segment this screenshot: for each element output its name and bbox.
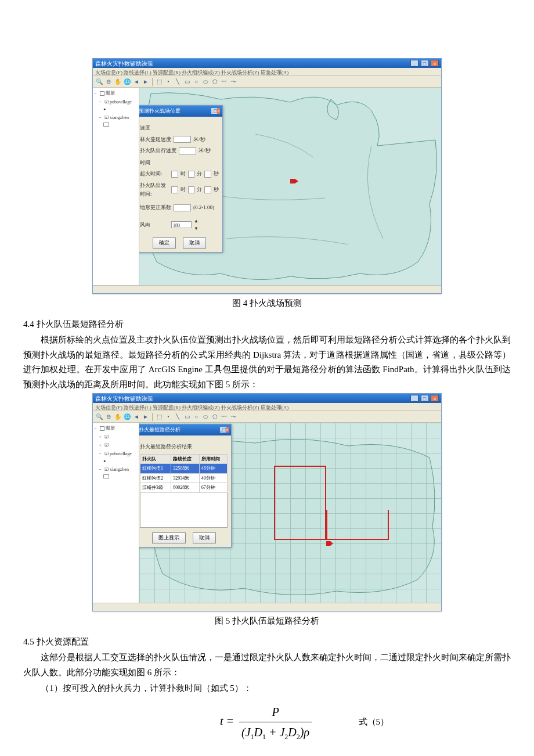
maximize-icon[interactable]: □	[421, 395, 429, 402]
toc-symbol	[94, 474, 138, 478]
draw-curve-icon[interactable]: 〰	[220, 413, 228, 421]
expand-icon[interactable]: −	[99, 114, 103, 122]
toc-layer[interactable]: −☑ xiangzhen	[94, 466, 138, 474]
expand-icon[interactable]: −	[94, 89, 99, 98]
table-row[interactable]: 红柳沟伍2 32934米 49分钟	[140, 473, 228, 483]
full-extent-icon[interactable]: 🌐	[123, 413, 131, 421]
toc-layer-1[interactable]: − ☑ pubuvillage	[94, 98, 138, 106]
toc-layer[interactable]: +☑	[94, 433, 138, 441]
fire-point-marker	[290, 175, 296, 181]
depart-min-input[interactable]	[188, 186, 195, 193]
ok-button[interactable]: 确定	[153, 237, 176, 249]
main-area: − 图层 +☑ +☑ −☑ pubuvillage ● −☑ xiangzhen	[93, 423, 441, 603]
section-4-5-para2: （1）按可投入的扑火兵力，计算扑救时间（如式 5）：	[23, 681, 511, 696]
select-icon[interactable]: ⬚	[155, 78, 163, 86]
dialog-title: 扑火最短路径分析	[139, 426, 181, 434]
fire-time-min-input[interactable]	[188, 171, 195, 178]
spinner-up-icon[interactable]: ▲▼	[194, 217, 199, 233]
toc-root[interactable]: − 图层	[94, 424, 138, 433]
draw-arrow-icon[interactable]: ⤳	[229, 78, 237, 86]
full-extent-icon[interactable]: 🌐	[123, 78, 131, 86]
wind-label: 风向	[140, 221, 169, 229]
table-header-row: 扑火队 路线长度 所用时间	[140, 454, 228, 464]
map-canvas[interactable]: 扑火最短路径分析 _□× 扑火最短路径分析结果 扑火队 路线长度 所用时间	[139, 423, 441, 603]
minimize-icon[interactable]: _	[410, 60, 418, 67]
depart-sec-input[interactable]	[204, 186, 211, 193]
toc-root[interactable]: − 图层	[94, 89, 138, 98]
status-bar	[93, 603, 441, 611]
fire-time-row: 起火时间: 时 分 秒	[140, 170, 219, 178]
title-bar: 森林火灾扑救辅助决策 _ □ ×	[93, 59, 441, 68]
toolbar[interactable]: 🔍 ⊖ ✋ 🌐 ◄ ► ⬚ • ╲ ▭ ○ ⬭ ⬠ 〰 ⤳	[93, 411, 441, 423]
draw-ellipse-icon[interactable]: ⬭	[201, 78, 210, 86]
draw-line-icon[interactable]: ╲	[174, 413, 182, 421]
pan-icon[interactable]: ✋	[114, 413, 122, 421]
figure-5-caption: 图 5 扑火队伍最短路径分析	[23, 614, 511, 629]
window-controls[interactable]: _□×	[220, 426, 229, 434]
draw-point-icon[interactable]: •	[164, 413, 172, 421]
display-on-map-button[interactable]: 图上显示	[152, 532, 186, 543]
draw-arrow-icon[interactable]: ⤳	[229, 413, 237, 421]
wind-spinner[interactable]: 180	[171, 221, 192, 228]
cancel-button[interactable]: 取消	[183, 237, 206, 249]
draw-circle-icon[interactable]: ○	[192, 78, 200, 86]
toc-layer[interactable]: −☑ pubuvillage	[94, 450, 138, 458]
maximize-icon[interactable]: □	[421, 60, 429, 67]
menu-bar[interactable]: 火场信息(F) 路线选择(L) 资源配置(R) 扑火组织编成(Z) 扑火战场分析…	[93, 68, 441, 76]
travel-speed-row: 扑火队出行速度 米/秒	[140, 146, 219, 155]
section-speed: 速度	[140, 124, 219, 132]
draw-curve-icon[interactable]: 〰	[220, 78, 228, 86]
window-controls[interactable]: _□×	[211, 107, 220, 116]
title-bar: 森林火灾扑救辅助决策 _ □ ×	[93, 394, 441, 403]
draw-poly-icon[interactable]: ⬠	[211, 78, 219, 86]
forward-icon[interactable]: ►	[142, 78, 150, 86]
zoom-out-icon[interactable]: ⊖	[104, 78, 113, 86]
draw-circle-icon[interactable]: ○	[192, 413, 200, 421]
depart-hour-input[interactable]	[171, 186, 178, 193]
zoom-out-icon[interactable]: ⊖	[104, 413, 113, 421]
zoom-in-icon[interactable]: 🔍	[95, 413, 103, 421]
travel-speed-input[interactable]	[179, 147, 196, 154]
back-icon[interactable]: ◄	[132, 78, 140, 86]
draw-rect-icon[interactable]: ▭	[183, 413, 191, 421]
forward-icon[interactable]: ►	[142, 413, 150, 421]
toc-label: 图层	[106, 424, 115, 433]
toc-panel[interactable]: − 图层 +☑ +☑ −☑ pubuvillage ● −☑ xiangzhen	[93, 423, 139, 603]
window-controls[interactable]: _ □ ×	[410, 394, 439, 404]
draw-ellipse-icon[interactable]: ⬭	[201, 413, 210, 421]
dialog-body: 扑火最短路径分析结果 扑火队 路线长度 所用时间 红柳沟伍1 32568米 48…	[139, 435, 231, 547]
table-row[interactable]: 红柳沟伍1 32568米 48分钟	[140, 464, 228, 474]
formula-body: t = P (J1D1 + J2D2)ρ	[220, 702, 314, 743]
select-icon[interactable]: ⬚	[155, 413, 163, 421]
menu-bar[interactable]: 火场信息(F) 路线选择(L) 资源配置(R) 扑火组织编成(Z) 扑火战场分析…	[93, 403, 441, 411]
depart-time-label: 扑火队出发时间:	[140, 181, 169, 199]
draw-poly-icon[interactable]: ⬠	[211, 413, 219, 421]
window-controls[interactable]: _ □ ×	[410, 59, 439, 69]
terrain-input[interactable]	[174, 204, 191, 211]
table-row[interactable]: 江峪井3级 80028米 67分钟	[140, 483, 228, 493]
terrain-label: 地形更正系数	[140, 203, 171, 212]
draw-point-icon[interactable]: •	[164, 78, 172, 86]
toolbar[interactable]: 🔍 ⊖ ✋ 🌐 ◄ ► ⬚ • ╲ ▭ ○ ⬭ ⬠ 〰 ⤳	[93, 76, 441, 88]
close-icon[interactable]: ×	[431, 60, 439, 67]
minimize-icon[interactable]: _	[410, 395, 418, 402]
layer-checkbox[interactable]	[100, 426, 104, 431]
cancel-button[interactable]: 取消	[193, 532, 216, 543]
expand-icon[interactable]: −	[94, 424, 99, 433]
map-canvas[interactable]: 预测扑火战场位置 _□× 速度 林火蔓延速度 米/秒 扑火队出行速度	[139, 88, 441, 285]
draw-rect-icon[interactable]: ▭	[183, 78, 191, 86]
back-icon[interactable]: ◄	[132, 413, 140, 421]
close-icon[interactable]: ×	[431, 395, 439, 402]
fire-time-hour-input[interactable]	[171, 171, 178, 178]
toc-layer[interactable]: +☑	[94, 441, 138, 449]
draw-line-icon[interactable]: ╲	[174, 78, 182, 86]
zoom-in-icon[interactable]: 🔍	[95, 78, 103, 86]
layer-checkbox[interactable]	[100, 91, 104, 96]
fire-time-sec-input[interactable]	[204, 171, 211, 178]
toc-panel[interactable]: − 图层 − ☑ pubuvillage ● − ☑ xiangzhen	[93, 88, 139, 285]
pan-icon[interactable]: ✋	[114, 78, 122, 86]
toc-label: ☑ pubuvillage	[104, 98, 132, 106]
expand-icon[interactable]: −	[99, 98, 103, 106]
spread-speed-input[interactable]	[174, 136, 191, 143]
toc-layer-2[interactable]: − ☑ xiangzhen	[94, 114, 138, 122]
